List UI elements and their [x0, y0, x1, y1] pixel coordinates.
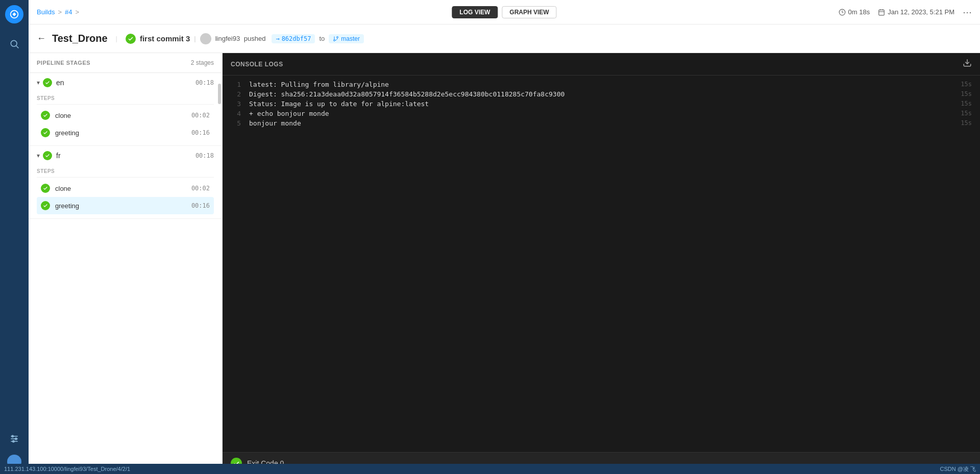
stage-en-steps: STEPS clone 00:02 greetin [29, 92, 222, 145]
download-button[interactable] [963, 58, 972, 70]
line-time-4: 15s [961, 110, 972, 117]
log-line-5: 5 bonjour monde 15s [223, 118, 980, 128]
log-view-button[interactable]: LOG VIEW [452, 6, 498, 18]
svg-line-2 [16, 46, 19, 48]
stage-fr-header[interactable]: ▾ fr 00:18 [29, 146, 222, 165]
line-num-2: 2 [231, 90, 241, 98]
app-logo[interactable] [5, 5, 23, 23]
breadcrumb: Builds > #4 > [37, 8, 79, 16]
step-fr-clone-icon [41, 184, 50, 193]
header-right: 0m 18s Jan 12, 2023, 5:21 PM ⋯ [839, 7, 972, 18]
branch-tag[interactable]: master [329, 34, 364, 43]
console-title: CONSOLE LOGS [231, 61, 283, 68]
settings-icon[interactable] [9, 434, 19, 446]
sidebar-nav [0, 0, 29, 474]
svg-point-1 [11, 40, 17, 46]
pushed-label: pushed [244, 35, 266, 42]
step-en-greeting-time: 00:16 [191, 129, 210, 136]
stage-fr-chevron: ▾ [37, 152, 40, 159]
more-menu-button[interactable]: ⋯ [963, 7, 972, 18]
status-bar: 111.231.143.100:10000/lingfei93/Test_Dro… [0, 464, 980, 474]
svg-point-7 [15, 438, 17, 439]
commit-hash[interactable]: → 862dbf57 [272, 34, 315, 43]
log-line-1: 1 latest: Pulling from library/alpine 15… [223, 80, 980, 89]
step-fr-greeting[interactable]: greeting 00:16 [37, 197, 214, 214]
info-divider: | [194, 35, 195, 42]
breadcrumb-builds[interactable]: Builds [37, 8, 55, 16]
user-avatar-small [200, 33, 211, 44]
step-fr-clone-time: 00:02 [191, 185, 210, 192]
line-num-1: 1 [231, 81, 241, 88]
line-time-2: 15s [961, 90, 972, 97]
commit-name: first commit 3 [140, 34, 190, 43]
clock-icon [839, 9, 846, 16]
date-value: Jan 12, 2023, 5:21 PM [888, 8, 954, 16]
line-content-2: Digest: sha256:21a3deaa0d32a8057914f3658… [249, 90, 952, 98]
line-num-3: 3 [231, 100, 241, 108]
stages-count: 2 stages [191, 59, 214, 66]
stage-en: ▾ en 00:18 STEPS clone [29, 73, 222, 146]
stage-fr-name: fr [56, 152, 195, 160]
line-content-4: + echo bonjour monde [249, 110, 952, 117]
step-en-clone[interactable]: clone 00:02 [37, 107, 214, 124]
svg-point-16 [334, 39, 335, 41]
line-content-3: Status: Image is up to date for alpine:l… [249, 100, 952, 108]
build-title: Test_Drone [52, 33, 108, 44]
graph-view-button[interactable]: GRAPH VIEW [502, 6, 556, 18]
log-line-2: 2 Digest: sha256:21a3deaa0d32a8057914f36… [223, 89, 980, 99]
step-en-greeting-icon [41, 128, 50, 137]
stage-en-time: 00:18 [195, 79, 214, 86]
step-en-greeting[interactable]: greeting 00:16 [37, 124, 214, 141]
date-display: Jan 12, 2023, 5:21 PM [878, 8, 954, 16]
svg-rect-10 [879, 10, 885, 15]
branch-icon [333, 36, 339, 42]
log-line-4: 4 + echo bonjour monde 15s [223, 109, 980, 118]
status-url: 111.231.143.100:10000/lingfei93/Test_Dro… [4, 466, 130, 472]
step-en-clone-name: clone [55, 112, 191, 119]
pipeline-panel: PIPELINE STAGES 2 stages ▾ en 00:18 S [29, 53, 223, 474]
scrollbar-thumb[interactable] [218, 84, 221, 104]
pipeline-header: PIPELINE STAGES 2 stages [29, 53, 222, 73]
line-time-5: 15s [961, 119, 972, 127]
header-view-toggle: LOG VIEW GRAPH VIEW [452, 6, 556, 18]
to-label: to [319, 35, 325, 42]
line-content-5: bonjour monde [249, 119, 952, 127]
main-content: Builds > #4 > LOG VIEW GRAPH VIEW 0m 18s [29, 0, 980, 474]
stage-fr: ▾ fr 00:18 STEPS clone [29, 146, 222, 219]
console-header: CONSOLE LOGS [223, 53, 980, 76]
stage-fr-success-icon [43, 151, 52, 160]
step-fr-greeting-time: 00:16 [191, 202, 210, 209]
branch-name: master [341, 35, 360, 42]
line-content-1: latest: Pulling from library/alpine [249, 81, 952, 88]
svg-point-15 [337, 36, 338, 38]
build-success-badge [126, 34, 136, 44]
stage-fr-time: 00:18 [195, 152, 214, 159]
calendar-icon [878, 9, 885, 16]
stage-en-chevron: ▾ [37, 79, 40, 86]
step-fr-clone[interactable]: clone 00:02 [37, 180, 214, 197]
line-num-4: 4 [231, 110, 241, 117]
step-fr-greeting-icon [41, 201, 50, 210]
step-en-greeting-name: greeting [55, 129, 191, 137]
content-body: PIPELINE STAGES 2 stages ▾ en 00:18 S [29, 53, 980, 474]
console-panel: CONSOLE LOGS 1 latest: Pulling from libr… [223, 53, 980, 474]
title-divider: | [116, 35, 117, 42]
breadcrumb-chevron: > [75, 8, 79, 16]
console-body[interactable]: 1 latest: Pulling from library/alpine 15… [223, 76, 980, 452]
back-button[interactable]: ← [37, 33, 46, 44]
svg-point-6 [12, 435, 13, 437]
stage-en-steps-label: STEPS [37, 92, 214, 105]
log-line-3: 3 Status: Image is up to date for alpine… [223, 99, 980, 109]
line-num-5: 5 [231, 119, 241, 127]
build-title-bar: ← Test_Drone | first commit 3 | lingfei9… [29, 24, 980, 53]
breadcrumb-build-num[interactable]: #4 [65, 8, 72, 16]
stage-en-header[interactable]: ▾ en 00:18 [29, 73, 222, 92]
status-bar-right: CSDN @凌 飞 [940, 465, 976, 473]
line-time-1: 15s [961, 81, 972, 88]
search-icon[interactable] [9, 39, 19, 52]
stage-en-name: en [56, 79, 195, 87]
top-header: Builds > #4 > LOG VIEW GRAPH VIEW 0m 18s [29, 0, 980, 24]
pipeline-scroll[interactable]: ▾ en 00:18 STEPS clone [29, 73, 222, 474]
step-en-clone-icon [41, 111, 50, 120]
hash-value: 862dbf57 [282, 35, 311, 42]
